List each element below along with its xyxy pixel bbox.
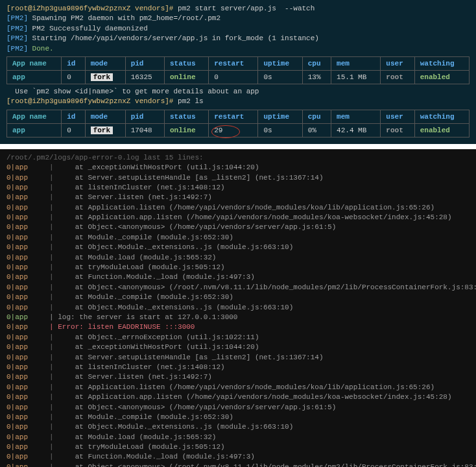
stack-line: at listenInCluster (net.js:1408:12): [58, 363, 224, 371]
log-prefix-err: 0|app: [6, 323, 28, 331]
log-prefix-err: 0|app: [6, 463, 28, 467]
terminal-panel-1: [root@iZhp3gua9896fywbw2pznxZ vendors]# …: [0, 0, 476, 144]
stack-line: at Application.app.listen (/home/yapi/ve…: [58, 393, 451, 401]
stack-line: at Object.<anonymous> (/home/yapi/vendor…: [58, 403, 336, 411]
stack-line: at Function.Module._load (module.js:497:…: [58, 453, 255, 461]
log-prefix-err: 0|app: [6, 243, 28, 251]
pm2-table-2: App nameidmodepidstatusrestartuptimecpum…: [6, 110, 470, 138]
log-prefix-err: 0|app: [6, 333, 28, 341]
log-prefix-err: 0|app: [6, 263, 28, 271]
log-prefix-err: 0|app: [6, 254, 28, 261]
stack-line: at Server.listen (net.js:1492:7): [58, 193, 212, 201]
stack-line: at _exceptionWithHostPort (util.js:1044:…: [58, 343, 259, 351]
log-prefix-err: 0|app: [6, 413, 28, 421]
log-prefix-err: 0|app: [6, 403, 28, 411]
stack-line: at listenInCluster (net.js:1408:12): [58, 184, 224, 191]
stack-line: at Application.listen (/home/yapi/vendor…: [58, 383, 434, 391]
error-message: | Error: listen EADDRINUSE :::3000: [45, 323, 195, 331]
stack-line: at Server.setupListenHandle [as _listen2…: [58, 174, 323, 182]
log-prefix-err: 0|app: [6, 373, 28, 381]
log-prefix-err: 0|app: [6, 163, 28, 171]
table-row: app0fork17048online290s0%42.4 MBrootenab…: [7, 123, 470, 137]
pm2-table-1: App nameidmodepidstatusrestartuptimecpum…: [6, 56, 470, 84]
command-text: pm2 start server/app.js --watch: [173, 5, 315, 12]
log-prefix-err: 0|app: [6, 304, 28, 311]
log-prefix-err: 0|app: [6, 393, 28, 401]
log-prefix-err: 0|app: [6, 443, 28, 451]
terminal-panel-2: /root/.pm2/logs/app-error-0.log last 15 …: [0, 149, 476, 467]
log-prefix-err: 0|app: [6, 293, 28, 301]
log-prefix-err: 0|app: [6, 174, 28, 182]
table-row: app0fork16325online00s13%15.1 MBrootenab…: [7, 70, 470, 84]
log-prefix-err: 0|app: [6, 283, 28, 291]
stack-line: at Object.Module._extensions..js (module…: [58, 423, 293, 431]
stack-line: at Application.listen (/home/yapi/vendor…: [58, 204, 434, 211]
stack-line: at tryModuleLoad (module.js:505:12): [58, 443, 224, 451]
table-header-row: App nameidmodepidstatusrestartuptimecpum…: [7, 56, 470, 70]
stack-line: at Object.Module._extensions..js (module…: [58, 304, 293, 311]
log-prefix-err: 0|app: [6, 213, 28, 221]
stack-line: at Object.<anonymous> (/root/.nvm/v8.11.…: [58, 463, 476, 467]
stack-line: at Function.Module._load (module.js:497:…: [58, 273, 255, 281]
log-prefix-err: 0|app: [6, 193, 28, 201]
fork-badge: fork: [91, 126, 113, 134]
log-prefix-err: 0|app: [6, 453, 28, 461]
log-prefix-err: 0|app: [6, 343, 28, 351]
log-header: /root/.pm2/logs/app-error-0.log last 15 …: [6, 153, 470, 163]
stack-line: at Module.load (module.js:565:32): [58, 433, 216, 441]
stack-line: at _exceptionWithHostPort (util.js:1044:…: [58, 163, 259, 171]
stack-line: at Application.app.listen (/home/yapi/ve…: [58, 213, 451, 221]
log-prefix-err: 0|app: [6, 223, 28, 231]
log-prefix-err: 0|app: [6, 204, 28, 211]
pm2-tag: [PM2]: [6, 14, 28, 22]
stack-line: at Object.Module._extensions..js (module…: [58, 243, 293, 251]
stack-line: at Module._compile (module.js:652:30): [58, 293, 233, 301]
stack-line: at Object._errnoException (util.js:1022:…: [58, 333, 259, 341]
stack-line: at Server.setupListenHandle [as _listen2…: [58, 353, 323, 361]
log-prefix-err: 0|app: [6, 433, 28, 441]
fork-badge: fork: [91, 73, 113, 81]
pm2-hint: Use `pm2 show <id|name>` to get more det…: [6, 87, 470, 97]
stack-line: at Module._compile (module.js:652:30): [58, 413, 233, 421]
stack-line: at Server.listen (net.js:1492:7): [58, 373, 212, 381]
stack-line: at tryModuleLoad (module.js:505:12): [58, 263, 224, 271]
log-prefix-err: 0|app: [6, 363, 28, 371]
stack-line: at Object.<anonymous> (/root/.nvm/v8.11.…: [58, 283, 476, 291]
stack-line: at Module.load (module.js:565:32): [58, 254, 216, 261]
log-prefix-err: 0|app: [6, 273, 28, 281]
log-prefix-err: 0|app: [6, 383, 28, 391]
log-prefix-ok: 0|app: [6, 313, 28, 321]
restart-count-circled: 29: [214, 126, 222, 134]
log-prefix-err: 0|app: [6, 184, 28, 191]
table-header-row: App nameidmodepidstatusrestartuptimecpum…: [7, 110, 470, 123]
log-prefix-err: 0|app: [6, 353, 28, 361]
log-prefix-err: 0|app: [6, 423, 28, 431]
stack-line: at Module._compile (module.js:652:30): [58, 234, 233, 241]
shell-prompt: [root@iZhp3gua9896fywbw2pznxZ vendors]#: [6, 5, 173, 12]
stack-line: at Object.<anonymous> (/home/yapi/vendor…: [58, 223, 336, 231]
log-prefix-err: 0|app: [6, 234, 28, 241]
